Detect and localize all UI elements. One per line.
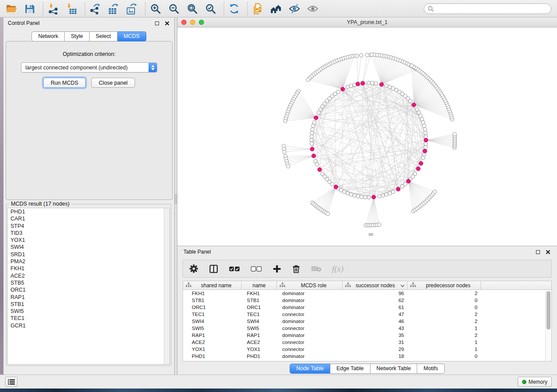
column-header-MCDS-role[interactable]: MCDS role [277, 281, 343, 289]
export-table-button[interactable] [107, 3, 119, 14]
select-all-checkboxes-button[interactable] [229, 265, 240, 272]
task-history-button[interactable] [5, 377, 17, 387]
open-file-button[interactable] [5, 3, 17, 14]
table-row[interactable]: STB1STB1dominator620 [183, 297, 551, 304]
show-all-button[interactable] [307, 3, 318, 14]
close-panel-button[interactable]: Close panel [91, 78, 135, 88]
table-cell: 0 [408, 353, 481, 360]
table-cell: ACE2 [183, 339, 242, 346]
zoom-out-button[interactable] [168, 3, 180, 14]
mcds-result-item[interactable]: SRD1 [8, 251, 170, 258]
tab-node-table[interactable]: Node Table [290, 364, 330, 374]
close-table-panel-icon[interactable] [545, 249, 551, 255]
criterion-value: largest connected component (undirected) [25, 65, 128, 71]
mcds-result-item[interactable]: SWI5 [8, 308, 170, 315]
add-column-button[interactable] [273, 265, 281, 273]
mcds-result-item[interactable]: TID3 [8, 230, 170, 237]
table-row[interactable]: YOX1YOX1connector291 [183, 346, 551, 353]
network-canvas[interactable] [177, 28, 557, 246]
global-search[interactable] [424, 3, 551, 14]
mcds-result-item[interactable]: FKH1 [8, 265, 170, 272]
refresh-icon [228, 3, 240, 14]
table-cell: 43 [343, 325, 408, 332]
deselect-all-checkboxes-button[interactable] [251, 265, 262, 272]
network-graph[interactable] [177, 28, 557, 246]
horizontal-splitter-grip[interactable] [369, 233, 373, 236]
table-row[interactable]: TEC1TEC1connector472 [183, 311, 551, 318]
table-cell: FKH1 [242, 290, 277, 297]
delete-column-button[interactable] [292, 265, 301, 273]
zoom-out-icon [168, 3, 180, 14]
table-row[interactable]: ACE2ACE2connector311 [183, 339, 551, 346]
tab-edge-table[interactable]: Edge Table [330, 364, 370, 374]
float-table-panel-icon[interactable] [535, 249, 541, 255]
table-row[interactable]: PHD1PHD1dominator180 [183, 353, 551, 360]
mcds-result-item[interactable]: ACE2 [8, 272, 170, 279]
column-header-shared-name[interactable]: shared name [183, 281, 242, 289]
run-mcds-button[interactable]: Run MCDS [43, 78, 86, 88]
scrollbar-thumb[interactable] [547, 291, 550, 330]
table-row[interactable]: FKH1FKH1dominator962 [183, 290, 551, 297]
table-row[interactable]: ORC1ORC1dominator610 [183, 304, 551, 311]
table-scrollbar[interactable] [545, 290, 551, 361]
tab-mcds[interactable]: MCDS [118, 31, 146, 41]
mcds-result-item[interactable]: RAP1 [8, 294, 170, 301]
memory-button[interactable]: Memory [518, 377, 552, 387]
mcds-result-item[interactable]: CAR1 [8, 215, 170, 222]
mcds-result-item[interactable]: YOX1 [8, 237, 170, 244]
settings-gear-button[interactable] [189, 264, 198, 273]
close-panel-icon[interactable] [164, 20, 170, 26]
mcds-result-item[interactable]: PHD1 [8, 208, 170, 215]
mcds-result-item[interactable]: SWI4 [8, 244, 170, 251]
tab-select[interactable]: Select [90, 31, 118, 41]
table-cell: PHD1 [183, 353, 242, 360]
desktop-wallpaper [0, 389, 557, 392]
table-row[interactable]: RAP1RAP1dominator352 [183, 332, 551, 339]
tab-style[interactable]: Style [65, 31, 90, 41]
table-cell: 62 [343, 297, 408, 304]
mcds-result-list[interactable]: PHD1CAR1STP4TID3YOX1SWI4SRD1PMA2FKH1ACE2… [7, 208, 170, 364]
mcds-result-item[interactable]: TEC1 [8, 315, 170, 322]
toolbar-separator [43, 2, 43, 15]
mcds-result-item[interactable]: PMA2 [8, 258, 170, 265]
minimize-window-icon[interactable] [190, 20, 195, 25]
hide-selected-button[interactable] [288, 3, 300, 14]
node-table[interactable]: shared namenameMCDS rolesuccessor nodesp… [183, 281, 552, 361]
refresh-view-button[interactable] [228, 3, 240, 14]
splitter-grip[interactable] [175, 194, 177, 204]
tab-network[interactable]: Network [31, 31, 65, 41]
window-controls [181, 20, 204, 25]
maximize-window-icon[interactable] [199, 20, 204, 25]
import-table-button[interactable] [66, 3, 77, 14]
zoom-fit-button[interactable] [186, 3, 198, 14]
mcds-result-item[interactable]: ORC1 [8, 286, 170, 293]
duplicate-network-button[interactable] [252, 3, 263, 14]
tab-motifs[interactable]: Motifs [417, 364, 444, 374]
mcds-result-item[interactable]: STB5 [8, 279, 170, 286]
column-header-predecessor-nodes[interactable]: predecessor nodes [408, 281, 481, 289]
toggle-columns-button[interactable] [209, 264, 218, 274]
criterion-dropdown[interactable]: largest connected component (undirected) [21, 62, 157, 72]
close-window-icon[interactable] [181, 20, 187, 25]
table-row[interactable]: SWI4SWI4dominator462 [183, 318, 551, 325]
mcds-result-item[interactable]: STB1 [8, 301, 170, 308]
export-network-button[interactable] [89, 3, 101, 14]
first-neighbors-button[interactable] [270, 3, 282, 14]
zoom-selected-button[interactable] [204, 3, 216, 14]
list-scrollbar[interactable] [164, 208, 170, 364]
column-header-name[interactable]: name [242, 281, 277, 289]
mcds-result-item[interactable]: STP4 [8, 223, 170, 230]
zoom-selected-icon [205, 3, 216, 14]
export-image-button[interactable] [126, 3, 138, 14]
tab-network-table[interactable]: Network Table [370, 364, 418, 374]
save-session-button[interactable] [24, 3, 35, 14]
search-input[interactable] [434, 4, 551, 13]
zoom-in-button[interactable] [149, 3, 161, 14]
table-row[interactable]: SWI5SWI5connector431 [183, 325, 551, 332]
mcds-result-item[interactable]: GCR1 [8, 322, 170, 329]
column-header-successor-nodes[interactable]: successor nodes [343, 281, 408, 289]
import-network-button[interactable] [47, 3, 59, 14]
table-cell: 35 [343, 332, 408, 339]
float-panel-icon[interactable] [154, 20, 160, 26]
control-panel-title: Control Panel [8, 20, 40, 26]
